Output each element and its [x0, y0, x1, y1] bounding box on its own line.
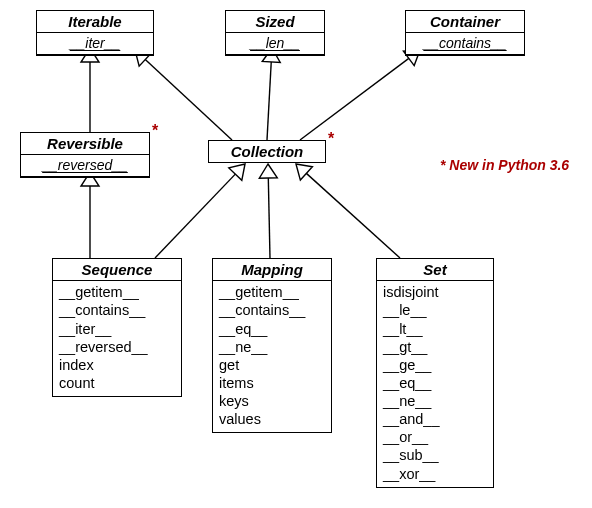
svg-line-10 [155, 174, 235, 258]
member-item: __eq__ [383, 374, 487, 392]
member-item: __ge__ [383, 356, 487, 374]
legend-note: * New in Python 3.6 [440, 157, 569, 173]
member-item: keys [219, 392, 325, 410]
member-item: __iter__ [59, 320, 175, 338]
member-item: values [219, 410, 325, 428]
member-item: items [219, 374, 325, 392]
abstract-method: __len__ [226, 33, 324, 55]
member-item: __contains__ [59, 301, 175, 319]
member-item: __lt__ [383, 320, 487, 338]
svg-line-14 [306, 173, 400, 258]
class-set: Set isdisjoint__le____lt____gt____ge____… [376, 258, 494, 488]
member-item: __getitem__ [59, 283, 175, 301]
member-list: __getitem____contains____eq____ne__getit… [213, 281, 331, 432]
svg-line-12 [268, 178, 270, 258]
member-list: isdisjoint__le____lt____gt____ge____eq__… [377, 281, 493, 486]
member-list: __getitem____contains____iter____reverse… [53, 281, 181, 396]
class-collection: Collection [208, 140, 326, 163]
member-item: __contains__ [219, 301, 325, 319]
class-title: Set [377, 259, 493, 281]
class-title: Collection [209, 141, 325, 162]
diagram-canvas: Iterable __iter__ Sized __len__ Containe… [0, 0, 592, 508]
class-sized: Sized __len__ [225, 10, 325, 56]
member-item: __reversed__ [59, 338, 175, 356]
member-item: __xor__ [383, 465, 487, 483]
member-item: get [219, 356, 325, 374]
member-item: count [59, 374, 175, 392]
member-item: __eq__ [219, 320, 325, 338]
class-container: Container __contains__ [405, 10, 525, 56]
abstract-method: __iter__ [37, 33, 153, 55]
member-item: isdisjoint [383, 283, 487, 301]
svg-line-6 [300, 58, 409, 140]
class-reversible: Reversible __reversed__ [20, 132, 150, 178]
member-item: index [59, 356, 175, 374]
abstract-method: __contains__ [406, 33, 524, 55]
svg-line-4 [267, 62, 271, 140]
abstract-method: __reversed__ [21, 155, 149, 177]
class-iterable: Iterable __iter__ [36, 10, 154, 56]
class-title: Container [406, 11, 524, 33]
class-title: Mapping [213, 259, 331, 281]
class-title: Sized [226, 11, 324, 33]
class-sequence: Sequence __getitem____contains____iter__… [52, 258, 182, 397]
member-item: __ne__ [219, 338, 325, 356]
class-title: Sequence [53, 259, 181, 281]
svg-line-2 [145, 60, 232, 140]
new-marker-icon: * [152, 122, 158, 140]
member-item: __le__ [383, 301, 487, 319]
class-title: Reversible [21, 133, 149, 155]
new-marker-icon: * [328, 130, 334, 148]
class-mapping: Mapping __getitem____contains____eq____n… [212, 258, 332, 433]
svg-marker-13 [259, 164, 277, 178]
class-title: Iterable [37, 11, 153, 33]
member-item: __or__ [383, 428, 487, 446]
svg-marker-11 [229, 164, 245, 180]
member-item: __getitem__ [219, 283, 325, 301]
member-item: __sub__ [383, 446, 487, 464]
svg-marker-15 [296, 164, 312, 180]
member-item: __ne__ [383, 392, 487, 410]
member-item: __gt__ [383, 338, 487, 356]
member-item: __and__ [383, 410, 487, 428]
